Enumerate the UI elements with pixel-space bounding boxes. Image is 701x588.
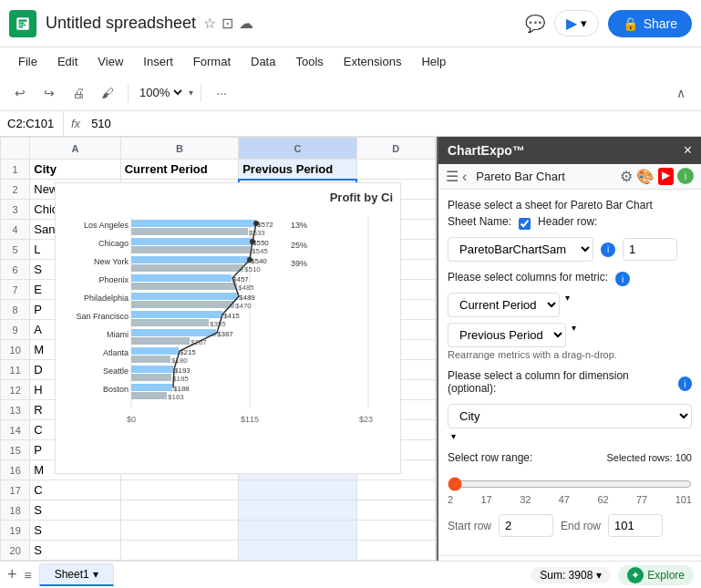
sheet-name-select[interactable]: ParetoBarChartSam [448, 237, 593, 262]
chevron-left-icon[interactable]: ‹ [462, 169, 467, 185]
col-header-d[interactable]: D [356, 138, 435, 160]
chevron-up-icon[interactable]: ∧ [668, 80, 694, 106]
col-header-b[interactable]: B [120, 138, 238, 160]
svg-rect-4 [19, 26, 24, 28]
menu-extensions[interactable]: Extensions [335, 51, 411, 72]
menu-file[interactable]: File [9, 51, 46, 72]
chart-container: Profit by Ci $0 $115 $230 Los Angeles $5… [55, 182, 401, 474]
menu-data[interactable]: Data [242, 51, 284, 72]
youtube-icon[interactable]: ▶ [658, 168, 674, 185]
svg-text:Los Angeles: Los Angeles [84, 221, 129, 230]
sum-label: Sum: 3908 [540, 569, 593, 582]
share-label: Share [644, 16, 677, 31]
app-icon [9, 10, 36, 37]
menu-edit[interactable]: Edit [48, 51, 87, 72]
cell-value[interactable]: 510 [88, 117, 701, 130]
explore-button[interactable]: ✦ Explore [618, 565, 694, 585]
svg-text:$193: $193 [174, 366, 191, 375]
svg-text:$470: $470 [235, 302, 252, 310]
end-row-input[interactable] [608, 514, 663, 537]
metric1-select[interactable]: Current Period [448, 293, 560, 317]
metric-info-icon[interactable]: i [615, 272, 630, 286]
svg-text:39%: 39% [291, 259, 307, 268]
svg-text:13%: 13% [291, 221, 307, 230]
sum-badge[interactable]: Sum: 3908 ▾ [531, 567, 611, 583]
sheet-select-label: Please select a sheet for Pareto Bar Cha… [448, 199, 692, 211]
svg-rect-50 [131, 347, 179, 355]
paint-format-button[interactable]: 🖌 [95, 80, 120, 106]
sheet-tab-1[interactable]: Sheet1 ▾ [39, 563, 114, 586]
col-header-c[interactable]: C [239, 138, 356, 160]
dimension-info-icon[interactable]: i [678, 377, 692, 391]
col-header-a[interactable]: A [30, 138, 120, 160]
dimension-select[interactable]: City [448, 404, 692, 428]
sheet-info-icon[interactable]: i [601, 242, 615, 257]
meet-button[interactable]: ▶ ▾ [554, 10, 599, 36]
toolbar-sep-1 [128, 84, 129, 102]
sheet-name-row: Sheet Name: Header row: [448, 215, 692, 232]
comment-icon[interactable]: 💬 [525, 14, 545, 34]
cell-c1[interactable]: Previous Period [239, 160, 356, 180]
palette-icon[interactable]: 🎨 [636, 168, 655, 185]
hamburger-icon[interactable]: ☰ [446, 168, 459, 185]
cell-ref[interactable]: C2:C101 [0, 111, 64, 136]
collapse-button[interactable]: ∧ [668, 80, 694, 106]
svg-text:San Francisco: San Francisco [76, 312, 129, 321]
cell-b1[interactable]: Current Period [120, 160, 238, 180]
svg-text:$230: $230 [359, 415, 373, 424]
add-sheet-button[interactable]: + [7, 565, 17, 584]
menu-view[interactable]: View [88, 51, 132, 72]
svg-text:$185: $185 [172, 375, 189, 383]
cell-a1[interactable]: City [30, 160, 120, 180]
svg-point-64 [253, 221, 259, 226]
svg-rect-42 [131, 319, 209, 326]
more-button[interactable]: ··· [209, 80, 234, 106]
svg-rect-2 [19, 22, 25, 24]
svg-text:$180: $180 [171, 356, 188, 365]
spreadsheet[interactable]: A B C D 1 City Current Period Previous P… [0, 137, 437, 561]
folder-icon[interactable]: ⊡ [222, 15, 233, 32]
range-slider-container: 2 17 32 47 62 77 101 [448, 473, 692, 509]
zoom-select[interactable]: 100% 75% 125% [136, 85, 185, 100]
start-row-input[interactable] [499, 514, 553, 537]
svg-rect-47 [131, 337, 190, 345]
table-row: 20S [1, 541, 436, 561]
range-labels: 2 17 32 47 62 77 101 [448, 494, 692, 505]
svg-rect-60 [131, 384, 172, 391]
cloud-icon[interactable]: ☁ [239, 15, 253, 32]
svg-text:Philadelphia: Philadelphia [84, 294, 129, 303]
share-button[interactable]: 🔒 Share [608, 10, 692, 37]
sheet-tabs-icon[interactable]: ≡ [25, 568, 32, 583]
menu-insert[interactable]: Insert [134, 51, 182, 72]
corner-cell [1, 138, 30, 160]
top-right: 💬 ▶ ▾ 🔒 Share [525, 10, 692, 37]
header-row-input[interactable] [623, 238, 677, 261]
svg-text:$485: $485 [238, 284, 254, 292]
svg-rect-12 [131, 220, 256, 227]
settings-icon[interactable]: ⚙ [620, 168, 633, 185]
main-area: A B C D 1 City Current Period Previous P… [0, 137, 701, 561]
row-num: 4 [1, 220, 30, 240]
panel-close-button[interactable]: × [684, 142, 692, 159]
svg-text:Chicago: Chicago [98, 239, 129, 248]
range-slider-left[interactable] [448, 477, 692, 491]
cell-d1[interactable] [356, 160, 435, 180]
undo-button[interactable]: ↩ [7, 80, 33, 106]
lock-icon: 🔒 [623, 16, 638, 31]
svg-text:Boston: Boston [103, 385, 129, 394]
panel-body: Please select a sheet for Pareto Bar Cha… [438, 190, 701, 555]
menu-tools[interactable]: Tools [286, 51, 332, 72]
info-circle-icon[interactable]: i [677, 168, 694, 184]
metric2-select[interactable]: Previous Period [448, 323, 566, 347]
redo-button[interactable]: ↪ [36, 80, 62, 106]
sheet-name-value-row: ParetoBarChartSam i [448, 237, 692, 262]
drag-hint: Rearrange metrics with a drag-n-drop. [448, 349, 692, 360]
svg-text:Atlanta: Atlanta [103, 348, 129, 357]
menu-format[interactable]: Format [184, 51, 240, 72]
header-row-label: Header row: [538, 215, 597, 228]
header-row-checkbox[interactable] [519, 218, 531, 230]
star-icon[interactable]: ☆ [203, 15, 216, 32]
menu-help[interactable]: Help [412, 51, 455, 72]
print-button[interactable]: 🖨 [66, 80, 91, 106]
svg-text:$572: $572 [257, 221, 273, 229]
